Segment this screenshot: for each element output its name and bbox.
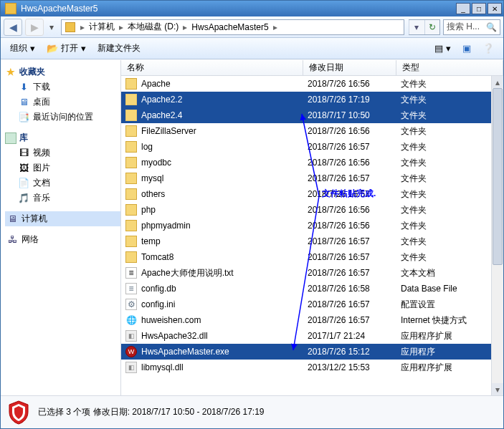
file-row[interactable]: Apache2.42018/7/17 10:50文件夹	[121, 107, 503, 123]
preview-pane-button[interactable]: ▣	[457, 40, 476, 57]
file-date: 2018/7/26 16:56	[303, 79, 396, 89]
file-name: temp	[141, 236, 161, 246]
file-type: 文件夹	[396, 110, 503, 122]
file-name: myodbc	[141, 158, 171, 168]
open-button[interactable]: 📂 打开▾	[42, 39, 91, 57]
file-row[interactable]: Tomcat82018/7/26 16:57文件夹	[121, 249, 503, 265]
file-type: 文件夹	[396, 94, 503, 106]
file-name: Tomcat8	[141, 252, 173, 262]
star-icon: ★	[5, 67, 16, 78]
file-row[interactable]: Apache2.22018/7/26 17:19文件夹	[121, 92, 503, 107]
recent-icon: 📑	[18, 112, 29, 123]
file-date: 2018/7/26 16:58	[303, 284, 396, 294]
file-row[interactable]: mysql2018/7/26 16:57文件夹	[121, 170, 503, 186]
file-date: 2018/7/26 16:57	[303, 189, 396, 199]
scroll-up-button[interactable]: ▴	[492, 76, 503, 88]
file-type: 文件夹	[396, 251, 503, 264]
file-row[interactable]: temp2018/7/26 16:57文件夹	[121, 233, 503, 249]
file-name: Apache2.2	[141, 95, 182, 105]
file-date: 2018/7/26 16:56	[303, 126, 396, 136]
exe-icon: W	[125, 346, 137, 357]
breadcrumb-dropdown-icon[interactable]: ▾	[409, 20, 424, 34]
dll-icon: ◧	[125, 362, 137, 373]
column-date[interactable]: 修改日期	[303, 60, 396, 75]
title-bar[interactable]: HwsApacheMaster5 _ □ ✕	[1, 1, 503, 16]
back-button[interactable]: ◀	[4, 19, 22, 36]
status-text: 已选择 3 个项 修改日期: 2018/7/17 10:50 - 2018/7/…	[38, 406, 265, 418]
file-type: 文件夹	[396, 78, 503, 90]
file-date: 2017/1/7 21:24	[303, 331, 396, 341]
file-name: config.ini	[141, 299, 175, 309]
file-name: libmysql.dll	[141, 362, 184, 372]
file-row[interactable]: myodbc2018/7/26 16:56文件夹	[121, 155, 503, 170]
column-name[interactable]: 名称	[121, 60, 303, 75]
file-type: Data Base File	[396, 284, 503, 294]
file-row[interactable]: phpmyadmin2018/7/26 16:56文件夹	[121, 218, 503, 233]
sidebar-item-network[interactable]: 🖧网络	[5, 232, 120, 247]
scroll-down-button[interactable]: ▾	[492, 383, 503, 395]
txt-icon: ≡	[125, 267, 137, 279]
db-icon: ≡	[125, 283, 137, 294]
history-dropdown[interactable]: ▾	[47, 19, 57, 36]
file-name: mysql	[141, 173, 163, 183]
breadcrumb-drive[interactable]: 本地磁盘 (D:)	[126, 21, 180, 33]
file-row[interactable]: ◧libmysql.dll2013/12/2 15:53应用程序扩展	[121, 360, 503, 375]
forward-button[interactable]: ▶	[25, 19, 44, 36]
file-row[interactable]: ◧HwsApache32.dll2017/1/7 21:24应用程序扩展	[121, 328, 503, 344]
sidebar-item-computer[interactable]: 🖥计算机	[5, 211, 120, 226]
file-type: 文件夹	[396, 125, 503, 138]
sidebar-item-recent[interactable]: 📑最近访问的位置	[5, 110, 120, 125]
refresh-icon[interactable]: ↻	[424, 20, 440, 34]
search-input[interactable]: 搜索 H... 🔍	[443, 19, 500, 35]
view-options-button[interactable]: ▤▾	[429, 40, 456, 57]
breadcrumb[interactable]: ▸ 计算机 ▸ 本地磁盘 (D:) ▸ HwsApacheMaster5 ▸	[61, 19, 404, 35]
file-pane: 名称 修改日期 类型 Apache2018/7/26 16:56文件夹Apach…	[121, 60, 503, 395]
sidebar-item-documents[interactable]: 📄文档	[5, 175, 120, 191]
close-button[interactable]: ✕	[488, 3, 502, 14]
sidebar-item-music[interactable]: 🎵音乐	[5, 191, 120, 206]
new-folder-button[interactable]: 新建文件夹	[92, 39, 146, 57]
file-row[interactable]: ⚙config.ini2018/7/26 16:57配置设置	[121, 297, 503, 312]
window-title: HwsApacheMaster5	[19, 4, 456, 14]
sidebar-item-videos[interactable]: 🎞视频	[5, 145, 120, 160]
library-icon	[5, 132, 16, 144]
shield-icon	[6, 400, 31, 425]
file-type: 文件夹	[396, 188, 503, 201]
file-name: phpmyadmin	[141, 221, 191, 231]
file-row[interactable]: FileZillaServer2018/7/26 16:56文件夹	[121, 123, 503, 139]
breadcrumb-folder[interactable]: HwsApacheMaster5	[190, 22, 270, 32]
open-icon: 📂	[47, 43, 58, 54]
file-row[interactable]: ≡config.db2018/7/26 16:58Data Base File	[121, 281, 503, 297]
column-type[interactable]: 类型	[396, 60, 503, 75]
file-row[interactable]: ≡Apache大师使用说明.txt2018/7/26 16:57文本文档	[121, 265, 503, 281]
breadcrumb-computer[interactable]: 计算机	[87, 21, 116, 33]
sidebar-item-downloads[interactable]: ⬇下载	[5, 79, 120, 95]
file-row[interactable]: log2018/7/26 16:57文件夹	[121, 139, 503, 155]
file-date: 2018/7/26 16:57	[303, 268, 396, 278]
file-type: 文件夹	[396, 220, 503, 232]
organize-button[interactable]: 组织▾	[5, 39, 40, 57]
file-date: 2013/12/2 15:53	[303, 362, 396, 372]
file-row[interactable]: Apache2018/7/26 16:56文件夹	[121, 76, 503, 92]
file-name: Apache	[141, 79, 171, 89]
help-button[interactable]: ❔	[477, 40, 499, 57]
desktop-icon: 🖥	[18, 97, 29, 108]
file-row[interactable]: php2018/7/26 16:56文件夹	[121, 202, 503, 218]
file-name: Apache大师使用说明.txt	[141, 267, 234, 279]
sidebar-item-desktop[interactable]: 🖥桌面	[5, 95, 120, 110]
sidebar-item-pictures[interactable]: 🖼图片	[5, 160, 120, 175]
minimize-button[interactable]: _	[456, 3, 470, 14]
file-row[interactable]: WHwsApacheMaster.exe2018/7/26 15:12应用程序	[121, 344, 503, 360]
sidebar-libraries[interactable]: 库	[5, 130, 120, 145]
folder-icon	[125, 220, 137, 231]
file-date: 2018/7/26 16:56	[303, 221, 396, 231]
sidebar-favorites[interactable]: ★收藏夹	[5, 64, 120, 79]
file-list[interactable]: Apache2018/7/26 16:56文件夹Apache2.22018/7/…	[121, 76, 503, 395]
maximize-button[interactable]: □	[472, 3, 486, 14]
file-row[interactable]: 🌐huweishen.com2018/7/26 16:57Internet 快捷…	[121, 312, 503, 328]
scroll-thumb[interactable]	[493, 88, 503, 265]
file-date: 2018/7/26 16:56	[303, 158, 396, 168]
file-row[interactable]: others2018/7/26 16:57文件夹	[121, 186, 503, 202]
vertical-scrollbar[interactable]: ▴ ▾	[491, 76, 503, 395]
folder-icon	[125, 251, 137, 263]
